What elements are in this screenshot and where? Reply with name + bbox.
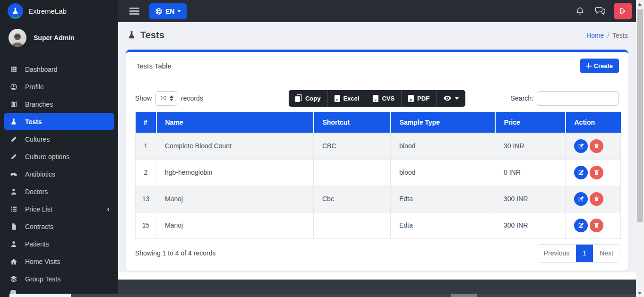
cell-sample-type: blood xyxy=(391,133,495,159)
copy-icon xyxy=(295,94,302,102)
sidebar-item-doctors[interactable]: Doctors xyxy=(0,183,118,200)
user-panel[interactable]: Super Admin xyxy=(0,22,118,54)
trash-icon xyxy=(593,195,600,202)
table-header-row: # Name Shortcut Sample Type Price Action xyxy=(136,112,621,133)
language-button[interactable]: EN xyxy=(149,3,187,19)
sidebar: Super Admin Dashboard Profile Branches T… xyxy=(0,22,118,297)
sidebar-toggle-button[interactable] xyxy=(128,5,141,17)
card-body: Show 10 records Copy Excel xyxy=(126,80,628,263)
cell-name: Complete Blood Count xyxy=(156,133,314,159)
tests-table: # Name Shortcut Sample Type Price Action… xyxy=(135,112,621,239)
cell-price: 300 INR xyxy=(495,212,566,238)
map-icon xyxy=(9,101,18,108)
bell-icon xyxy=(575,6,584,15)
delete-button[interactable] xyxy=(590,139,603,153)
breadcrumb-current: Tests xyxy=(612,32,628,39)
user-avatar xyxy=(9,29,26,47)
sidebar-item-cultures[interactable]: Cultures xyxy=(0,130,118,148)
pagination-next-button[interactable]: Next xyxy=(593,245,620,262)
edit-icon xyxy=(578,195,584,202)
sidebar-item-dashboard[interactable]: Dashboard xyxy=(0,60,118,78)
home-icon xyxy=(9,258,18,265)
edit-button[interactable] xyxy=(574,219,588,232)
flask-icon xyxy=(127,30,136,40)
messages-button[interactable] xyxy=(593,4,608,18)
delete-button[interactable] xyxy=(590,192,603,206)
sidebar-item-price-list[interactable]: Price List xyxy=(0,200,118,218)
cell-price: 30 INR xyxy=(495,133,566,159)
page-length-select[interactable]: 10 xyxy=(155,91,177,106)
page-length-control: Show 10 records xyxy=(135,91,203,106)
column-header-shortcut[interactable]: Shortcut xyxy=(314,112,391,133)
sidebar-item-branches[interactable]: Branches xyxy=(0,95,118,113)
edit-button[interactable] xyxy=(574,166,588,179)
column-header-name[interactable]: Name xyxy=(156,112,314,133)
breadcrumb-home-link[interactable]: Home xyxy=(586,32,604,39)
sidebar-item-culture-options[interactable]: Culture options xyxy=(0,148,118,165)
cell-id: 15 xyxy=(136,212,156,238)
topbar-actions xyxy=(574,3,636,19)
cell-shortcut xyxy=(314,212,391,238)
page-footer xyxy=(118,280,636,294)
cell-name: hgb-hemoglobin xyxy=(156,159,314,186)
pagination-page-1-button[interactable]: 1 xyxy=(576,245,593,262)
delete-button[interactable] xyxy=(590,219,603,232)
chat-icon xyxy=(595,6,606,15)
edit-button[interactable] xyxy=(574,139,588,153)
doctor-icon xyxy=(9,188,18,195)
flask-icon xyxy=(9,118,18,126)
column-header-action[interactable]: Action xyxy=(566,112,621,133)
scroll-up-arrow-icon[interactable] xyxy=(638,3,642,6)
layers-icon xyxy=(9,275,18,283)
brand-flask-logo-icon xyxy=(8,3,23,19)
column-header-id[interactable]: # xyxy=(136,112,156,133)
caret-down-icon xyxy=(177,10,181,12)
excel-button[interactable]: Excel xyxy=(327,90,366,107)
cell-price: 300 INR xyxy=(495,186,566,212)
sidebar-item-antibiotics[interactable]: Antibiotics xyxy=(0,165,118,183)
user-name: Super Admin xyxy=(34,34,75,42)
copy-button[interactable]: Copy xyxy=(289,90,328,107)
show-label: Show xyxy=(135,94,152,102)
sidebar-item-profile[interactable]: Profile xyxy=(0,78,118,95)
notifications-button[interactable] xyxy=(574,4,586,18)
pdf-button[interactable]: PDF xyxy=(402,90,437,107)
scrollbar-corner xyxy=(0,294,9,297)
pagination-previous-button[interactable]: Previous xyxy=(537,245,576,262)
create-button[interactable]: Create xyxy=(580,59,619,73)
column-visibility-button[interactable] xyxy=(437,90,465,107)
card-title: Tests Table xyxy=(136,62,172,70)
brand[interactable]: ExtremeLab xyxy=(0,0,118,22)
cell-shortcut xyxy=(314,159,391,186)
sidebar-item-tests[interactable]: Tests xyxy=(4,113,114,130)
sidebar-item-group-tests[interactable]: Group Tests xyxy=(0,270,118,288)
csv-button[interactable]: CVS xyxy=(366,90,402,107)
column-header-sample-type[interactable]: Sample Type xyxy=(391,112,495,133)
delete-button[interactable] xyxy=(590,166,603,179)
cell-id: 1 xyxy=(136,133,156,159)
chevron-left-icon xyxy=(107,205,110,213)
edit-icon xyxy=(578,169,584,176)
sidebar-item-contracts[interactable]: Contracts xyxy=(0,218,118,235)
vial-icon xyxy=(9,153,18,161)
main-content: Tests Home / Tests Tests Table Create Sh… xyxy=(118,22,636,272)
cell-name: Manoj xyxy=(156,212,314,238)
file-contract-icon xyxy=(9,223,18,230)
vertical-scrollbar-thumb[interactable] xyxy=(637,9,643,222)
horizontal-scrollbar-thumb[interactable] xyxy=(9,294,71,297)
vertical-scrollbar[interactable] xyxy=(636,0,644,297)
records-summary: Showing 1 to 4 of 4 records xyxy=(135,249,215,257)
brand-name: ExtremeLab xyxy=(28,7,67,15)
edit-button[interactable] xyxy=(574,192,588,206)
page-title-text: Tests xyxy=(140,30,164,41)
scroll-down-arrow-icon[interactable] xyxy=(638,292,642,295)
pills-icon xyxy=(9,170,18,178)
horizontal-scrollbar[interactable] xyxy=(0,294,636,297)
column-header-price[interactable]: Price xyxy=(495,112,566,133)
sidebar-item-patients[interactable]: Patients xyxy=(0,235,118,253)
search-input[interactable] xyxy=(537,91,619,106)
logout-button[interactable] xyxy=(614,3,632,19)
table-row: 13 Manoj Cbc Edta 300 INR xyxy=(136,186,621,212)
sidebar-item-home-visits[interactable]: Home Visits xyxy=(0,253,118,270)
pagination: Previous 1 Next xyxy=(537,244,620,263)
